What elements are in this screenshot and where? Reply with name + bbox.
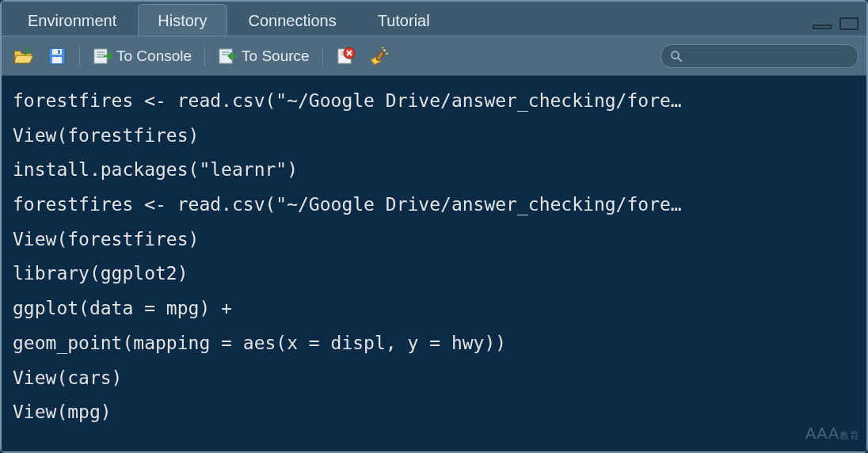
- search-box[interactable]: [661, 44, 858, 68]
- tab-environment[interactable]: Environment: [8, 4, 136, 36]
- tabbar: Environment History Connections Tutorial: [2, 2, 866, 36]
- tab-label: History: [158, 12, 207, 30]
- history-body: forestfires <- read.csv("~/Google Drive/…: [2, 76, 866, 451]
- window-controls: [811, 17, 860, 36]
- svg-rect-5: [58, 50, 60, 54]
- tab-tutorial[interactable]: Tutorial: [358, 4, 450, 36]
- toolbar: To Console To Source: [2, 36, 866, 76]
- history-line[interactable]: View(mpg): [13, 395, 855, 430]
- history-line[interactable]: View(forestfires): [13, 119, 855, 154]
- svg-point-22: [382, 47, 383, 48]
- tab-history[interactable]: History: [138, 4, 227, 36]
- remove-entries-button[interactable]: [333, 45, 358, 67]
- svg-rect-19: [375, 51, 384, 61]
- open-folder-button[interactable]: [10, 44, 36, 68]
- separator: [79, 46, 80, 67]
- svg-point-23: [672, 51, 679, 59]
- save-button[interactable]: [44, 45, 70, 67]
- to-console-button[interactable]: To Console: [89, 45, 195, 67]
- tab-label: Environment: [28, 12, 116, 30]
- history-line[interactable]: ggplot(data = mpg) +: [13, 291, 855, 326]
- history-line[interactable]: View(forestfires): [13, 223, 855, 257]
- separator: [204, 46, 205, 67]
- tab-connections[interactable]: Connections: [229, 4, 356, 36]
- svg-rect-0: [813, 25, 831, 29]
- history-line[interactable]: forestfires <- read.csv("~/Google Drive/…: [13, 188, 855, 223]
- tab-label: Tutorial: [378, 12, 430, 30]
- separator: [322, 46, 323, 67]
- svg-point-20: [383, 48, 386, 51]
- svg-point-21: [386, 52, 388, 55]
- svg-line-24: [678, 58, 682, 62]
- svg-rect-1: [840, 18, 858, 29]
- history-line[interactable]: View(cars): [13, 361, 855, 396]
- history-pane: Environment History Connections Tutorial: [0, 0, 868, 453]
- history-line[interactable]: library(ggplot2): [13, 257, 855, 291]
- to-source-button[interactable]: To Source: [215, 45, 313, 67]
- maximize-icon[interactable]: [838, 17, 860, 31]
- to-source-label: To Source: [242, 48, 310, 65]
- history-line[interactable]: geom_point(mapping = aes(x = displ, y = …: [13, 326, 855, 361]
- svg-rect-3: [52, 49, 62, 55]
- tab-label: Connections: [249, 12, 337, 30]
- search-icon: [669, 49, 683, 63]
- svg-rect-4: [52, 57, 62, 63]
- minimize-icon[interactable]: [811, 17, 833, 31]
- watermark-sub: 教育: [839, 430, 860, 441]
- clear-history-button[interactable]: [366, 44, 393, 68]
- search-input[interactable]: [688, 49, 850, 63]
- history-line[interactable]: forestfires <- read.csv("~/Google Drive/…: [13, 84, 855, 119]
- to-console-label: To Console: [116, 48, 192, 65]
- history-line[interactable]: install.packages("learnr"): [13, 153, 855, 188]
